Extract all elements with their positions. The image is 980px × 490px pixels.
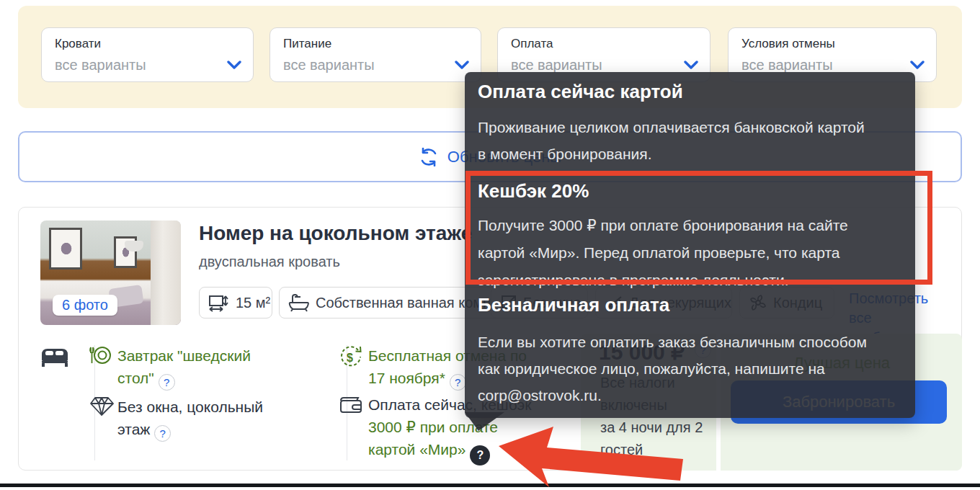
filter-value: все варианты: [511, 57, 697, 74]
help-icon[interactable]: ?: [159, 374, 175, 391]
photo-curtain: [151, 220, 181, 325]
chevron-down-icon: [684, 60, 698, 70]
photo-picture-frame: [49, 228, 82, 270]
tooltip-body: Проживание целиком оплачивается банковск…: [478, 114, 865, 167]
bathtub-icon: [288, 293, 310, 313]
duration-note: за 4 ночи для 2 гостей: [600, 419, 703, 458]
chevron-down-icon: [227, 60, 241, 70]
payment-help-badge-active[interactable]: ?: [470, 445, 490, 466]
wallet-icon: [339, 395, 363, 415]
tooltip-title: Безналичная оплата: [478, 294, 669, 316]
filter-value: все варианты: [741, 57, 923, 74]
photo-count-badge[interactable]: 6 фото: [53, 295, 117, 316]
tooltip-title: Кешбэк 20%: [478, 180, 589, 202]
booking-results-page: Кровати все варианты Питание все вариант…: [0, 0, 980, 490]
refresh-icon: [419, 148, 439, 166]
bed-icon: [40, 346, 69, 368]
photo-lamp: [125, 241, 143, 251]
free-cancellation-icon: $: [338, 344, 364, 369]
window-bottom-edge: [0, 484, 980, 487]
filter-label: Оплата: [511, 37, 697, 51]
breakfast-label: Завтрак "шведский стол" ?: [117, 344, 277, 391]
filter-label: Питание: [283, 37, 468, 51]
window-note-label: Без окна, цокольный этаж ?: [117, 396, 292, 442]
help-icon[interactable]: ?: [154, 425, 171, 442]
chevron-down-icon: [455, 60, 469, 70]
breakfast-icon: [88, 345, 114, 368]
room-photo[interactable]: 6 фото: [40, 220, 181, 325]
filter-value: все варианты: [55, 57, 240, 74]
room-title: Номер на цокольном этаже: [199, 222, 472, 245]
room-subtitle: двуспальная кровать: [199, 254, 340, 270]
tooltip-body: Получите 3000 ₽ при оплате бронирования …: [478, 212, 848, 294]
tooltip: Оплата сейчас картой Проживание целиком …: [465, 72, 915, 418]
filter-dropdown-beds[interactable]: Кровати все варианты: [41, 27, 254, 82]
filter-label: Кровати: [55, 37, 240, 51]
filter-value: все варианты: [283, 57, 468, 74]
tooltip-title: Оплата сейчас картой: [478, 81, 683, 103]
diamond-icon: [89, 396, 114, 416]
amenity-label: 15 м²: [236, 295, 270, 311]
svg-text:$: $: [347, 352, 353, 364]
filter-label: Условия отмены: [741, 37, 923, 51]
chevron-down-icon: [910, 60, 925, 70]
filter-dropdown-meals[interactable]: Питание все варианты: [270, 27, 481, 82]
help-icon[interactable]: ?: [450, 374, 466, 391]
room-size-icon: [208, 293, 230, 312]
tooltip-body: Если вы хотите оплатить заказ безналичны…: [478, 329, 867, 409]
amenity-room-size: 15 м²: [199, 287, 272, 318]
